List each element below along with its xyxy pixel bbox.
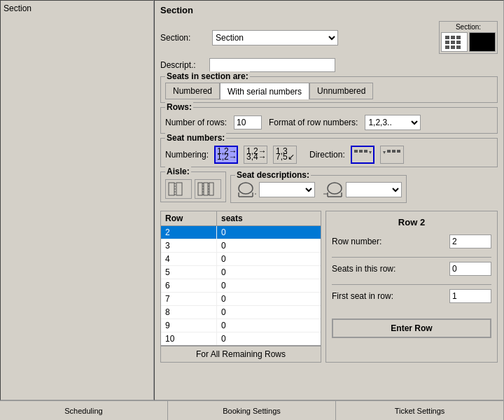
direction-btn-1[interactable] — [351, 146, 374, 164]
first-seat-row: First seat in row: — [332, 289, 491, 303]
table-row[interactable]: 100 — [161, 332, 321, 345]
rows-content: Number of rows: Format of row numbers: 1… — [165, 115, 493, 130]
svg-rect-26 — [198, 183, 202, 195]
numbering-icon-1: 1,2→ 1,2→ — [216, 148, 236, 162]
table-row[interactable]: 70 — [161, 293, 321, 306]
bottom-tabs: Scheduling Booking Settings Ticket Setti… — [0, 400, 504, 420]
table-row[interactable]: 40 — [161, 253, 321, 266]
svg-rect-8 — [456, 46, 461, 49]
first-seat-input[interactable] — [449, 289, 491, 303]
content-area: Section Section Section: Section Section… — [0, 0, 504, 400]
svg-text:1,2→: 1,2→ — [217, 152, 236, 162]
enter-row-btn[interactable]: Enter Row — [332, 318, 491, 338]
rows-table: Row seats 2030405060708090100110 — [160, 211, 321, 346]
aisle-btn-2[interactable] — [195, 179, 221, 199]
seat-desc-title: Seat descriptions: — [235, 170, 311, 180]
table-cell-row: 7 — [161, 293, 217, 305]
svg-point-37 — [328, 183, 342, 194]
direction-label: Direction: — [309, 150, 345, 160]
preview-box-grid[interactable] — [441, 32, 468, 52]
svg-rect-28 — [209, 183, 214, 195]
right-panel: Section Section: Section Section: — [154, 0, 504, 400]
section-label: Section: — [160, 33, 209, 43]
detail-divider-1 — [332, 257, 491, 258]
bottom-tab-1[interactable]: Booking Settings — [168, 401, 336, 420]
seat-type-numbered[interactable]: Numbered — [165, 83, 220, 99]
svg-rect-16 — [359, 150, 363, 153]
numbering-btn-2[interactable]: 1,2→ 3,4→ — [244, 146, 267, 164]
table-cell-seats: 0 — [217, 266, 321, 279]
table-body[interactable]: 2030405060708090100110 — [161, 226, 321, 345]
table-cell-seats: 0 — [217, 253, 321, 265]
descript-row: Descript.: — [160, 58, 498, 72]
svg-rect-5 — [456, 41, 461, 44]
first-seat-label: First seat in row: — [332, 291, 449, 301]
section-header-row: Section: Section Section: — [160, 21, 498, 54]
aisle-btn-1[interactable] — [165, 179, 192, 199]
svg-rect-2 — [456, 36, 461, 39]
direction-btn-2[interactable] — [380, 146, 404, 164]
section-preview: Section: — [439, 21, 498, 54]
table-row[interactable]: 50 — [161, 266, 321, 279]
svg-marker-19 — [383, 151, 386, 154]
bottom-tab-2[interactable]: Ticket Settings — [336, 401, 504, 420]
numbering-btn-1[interactable]: 1,2→ 1,2→ — [214, 146, 238, 164]
table-row[interactable]: 60 — [161, 279, 321, 293]
table-cell-seats: 0 — [217, 332, 321, 345]
table-cell-row: 4 — [161, 253, 217, 265]
table-cell-seats: 0 — [217, 306, 321, 318]
descript-label: Descript.: — [160, 60, 209, 70]
bottom-tab-0[interactable]: Scheduling — [0, 401, 168, 420]
table-row[interactable]: 20 — [161, 226, 321, 239]
svg-rect-15 — [354, 150, 358, 153]
seat-type-serial[interactable]: With serial numbers — [220, 83, 309, 99]
descript-input[interactable] — [209, 58, 335, 72]
table-row[interactable]: 90 — [161, 319, 321, 332]
svg-rect-0 — [445, 36, 449, 39]
seat-desc-group: Seat descriptions: — [230, 175, 407, 203]
table-cell-seats: 0 — [217, 226, 321, 239]
svg-rect-23 — [169, 183, 174, 195]
seat-desc-select-1[interactable] — [259, 182, 315, 197]
svg-rect-3 — [445, 41, 449, 44]
seat-numbers-title: Seat numbers: — [165, 133, 226, 143]
svg-rect-22 — [397, 150, 400, 153]
svg-rect-21 — [392, 150, 396, 153]
seat-desc-icon-2 — [322, 180, 343, 200]
svg-rect-1 — [451, 36, 455, 39]
table-row[interactable]: 30 — [161, 239, 321, 253]
rows-group: Rows: Number of rows: Format of row numb… — [160, 107, 498, 134]
numbering-icon-3: 1,3 7,5↙ — [275, 148, 295, 162]
seat-desc-select-2[interactable] — [346, 182, 402, 197]
numbering-btn-3[interactable]: 1,3 7,5↙ — [273, 146, 297, 164]
numbering-label: Numbering: — [165, 150, 209, 160]
section-select[interactable]: Section — [212, 30, 338, 46]
panel-title: Section — [160, 5, 498, 15]
row-number-label: Row number: — [332, 237, 449, 246]
seats-in-row-input[interactable] — [449, 262, 491, 276]
svg-rect-6 — [445, 46, 449, 49]
for-all-btn[interactable]: For All Remaining Rows — [160, 346, 321, 363]
aisle-desc-row: Aisle: — [160, 172, 498, 206]
row-number-input[interactable] — [449, 234, 491, 248]
row-detail-panel: Row 2 Row number: Seats in this row: Fir… — [326, 211, 498, 363]
col-seats-header: seats — [217, 211, 321, 225]
svg-rect-7 — [451, 46, 455, 49]
seat-type-unnumbered[interactable]: Unnumbered — [309, 83, 373, 99]
grid-icon — [444, 34, 465, 50]
table-cell-row: 10 — [161, 332, 217, 345]
format-select[interactable]: 1,2,3.. — [365, 115, 421, 130]
seats-group-title: Seats in section are: — [165, 71, 250, 81]
svg-rect-17 — [364, 150, 368, 153]
aisle-buttons — [165, 179, 221, 199]
row-detail-title: Row 2 — [332, 217, 491, 227]
col-row-header: Row — [161, 211, 217, 225]
preview-box-black[interactable] — [469, 32, 496, 52]
svg-point-31 — [239, 183, 253, 194]
num-rows-input[interactable] — [234, 115, 262, 130]
table-row[interactable]: 80 — [161, 306, 321, 319]
main-container: Section Section Section: Section Section… — [0, 0, 504, 420]
aisle-group: Aisle: — [160, 172, 226, 202]
table-header: Row seats — [161, 211, 321, 226]
numbering-row: Numbering: 1,2→ 1,2→ 1,2→ 3,4→ — [165, 146, 493, 164]
